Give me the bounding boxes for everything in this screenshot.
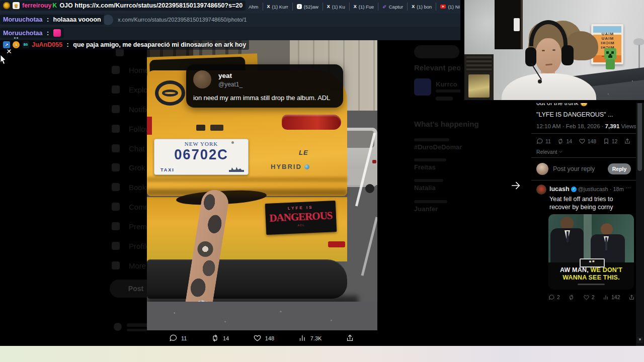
tail-light [147, 117, 152, 135]
like-button[interactable]: 148 [253, 334, 274, 342]
person-icon [112, 242, 120, 250]
relevant-person-avatar [414, 78, 431, 96]
sidebar-item-grok[interactable]: Grok [112, 160, 145, 175]
sidebar-item-chat[interactable]: Chat [112, 141, 145, 156]
chat-text: holaaaa voooon [53, 16, 101, 23]
chat-message: ♛ ferreirouyK OJO https://x.com/Kurrco/s… [0, 1, 246, 11]
reply-author-name[interactable]: lucash [549, 186, 570, 193]
mini-badge [14, 37, 16, 39]
sidebar-item-follow[interactable]: Follow [112, 121, 150, 136]
trend-item[interactable]: Juanfer [414, 205, 438, 213]
share-button[interactable] [346, 334, 354, 342]
reply-button[interactable]: 2 [548, 294, 560, 301]
tiktok-favicon: ♪ [297, 4, 302, 9]
youtube-favicon [440, 5, 446, 9]
chat-username: Moruuchotaa [3, 30, 42, 37]
view-count: 7,391 [605, 123, 620, 129]
repost-button[interactable] [568, 294, 575, 301]
repost-button[interactable]: 14 [557, 138, 572, 145]
repost-button[interactable]: 14 [211, 334, 229, 342]
browser-tab[interactable]: ♪(52)aw [292, 3, 323, 11]
webcam-feed: MIAU MIAU MICHI MICHI AU [460, 0, 644, 103]
x-favicon: X [327, 4, 330, 9]
browser-tab[interactable]: Ahm [245, 3, 263, 11]
chat-message: Moruuchotaa : holaaaa voooon [0, 15, 104, 25]
trend-item[interactable]: Natalia [414, 184, 436, 192]
mic-tip [538, 79, 542, 83]
reply-media[interactable]: ❝❞ AW MAN, WE DON'T WANNA SEE THIS. [548, 214, 634, 290]
chevron-down-icon [558, 149, 563, 154]
avatar [536, 163, 548, 175]
whats-happening-title: What's happening [414, 120, 479, 128]
sidebar-item-home[interactable]: Home [112, 62, 149, 77]
chat-message: ↗ 1 BG JuAnD055 : que paja amigo, me des… [0, 40, 249, 50]
reply-button[interactable]: 11 [169, 334, 187, 342]
tab-strip: Ahm X(1) Kurr ♪(52)aw X(1) Ku X(1) Fue ✐… [245, 0, 481, 13]
share-button[interactable] [624, 138, 631, 145]
mouse-cursor [0, 54, 7, 65]
like-button[interactable]: 148 [579, 138, 597, 145]
pen-favicon: ✐ [382, 4, 386, 10]
next-photo-arrow[interactable] [510, 180, 521, 191]
hybrid-dot-icon [304, 164, 309, 169]
envelope-icon [112, 144, 120, 152]
relevant-person-name[interactable]: Kurrco [436, 80, 457, 88]
trend-item[interactable]: #DuroDeDomar [414, 143, 462, 151]
chat-username: JuAnD055 [32, 41, 62, 48]
reply-submit-button[interactable]: Reply [608, 163, 631, 174]
meme-caption: AW MAN, [560, 266, 589, 274]
x-favicon: X [412, 4, 415, 9]
trend-item[interactable]: Freitas [414, 163, 436, 171]
reflector [328, 241, 345, 247]
sidebar-item-more[interactable]: More [112, 258, 146, 273]
tweet-photo[interactable]: NEW YORK 06702C TAXI LE HYBRID LYFE IS D… [147, 40, 377, 330]
pink-emote [53, 29, 61, 37]
people-icon [112, 203, 120, 211]
tweet-quote: "LYFE IS DANGEROUS" ... [536, 111, 631, 118]
person-add-icon [112, 125, 120, 133]
chat-text: OJO https://x.com/Kurrco/status/20239581… [59, 2, 243, 9]
overlay-tweet-text: ion need my arm imma still drop the albu… [193, 94, 330, 102]
plate-number: 06702C [158, 146, 244, 163]
headphone-cup-right [561, 45, 574, 65]
share-badge-icon: ↗ [3, 41, 10, 48]
browser-tab[interactable]: X(1) Ku [323, 3, 349, 11]
browser-tab[interactable]: X(1) Fue [349, 3, 378, 11]
views-button[interactable]: 7.3K [298, 334, 322, 342]
bumper-sticker: LYFE IS DANGEROUS ADL [265, 201, 337, 235]
x-icon [112, 222, 120, 230]
scrollbar-down-arrow[interactable]: ▼ [637, 337, 643, 343]
sidebar-item-profile[interactable]: Profile [112, 238, 150, 253]
chat-message: Moruuchotaa : [0, 28, 64, 38]
tweet-timestamp: 12:10 AM · Feb 18, 2026 · [536, 123, 604, 129]
like-button[interactable]: 2 [583, 294, 595, 301]
avatar [193, 70, 211, 88]
coin-badge-icon [3, 2, 10, 9]
share-button[interactable] [628, 294, 635, 301]
plate-type: TAXI [160, 167, 175, 172]
site-info-icon[interactable] [103, 15, 113, 25]
person-torso [502, 73, 596, 100]
browser-tab[interactable]: X(1) Kurr [263, 3, 292, 11]
browser-tab[interactable]: ✐Captur [378, 3, 407, 11]
x-favicon: X [267, 4, 270, 9]
bookmark-button[interactable]: 12 [603, 138, 618, 145]
sort-replies-dropdown[interactable]: Relevant [536, 149, 631, 155]
asphalt [147, 302, 377, 330]
search-icon [112, 85, 120, 94]
views-button[interactable]: 142 [603, 294, 620, 301]
reply-button[interactable]: 11 [536, 138, 551, 145]
more-icon[interactable]: ··· [625, 185, 631, 191]
x-sidebar-dimmed: Home Explore Notifications Follow Chat G… [0, 40, 146, 346]
avatar[interactable] [536, 185, 546, 195]
grok-icon [112, 163, 120, 171]
photo-tweet-card[interactable]: yeat @yeat1_ ion need my arm imma still … [186, 64, 343, 108]
avatar [114, 323, 122, 331]
license-plate: NEW YORK 06702C TAXI [154, 139, 249, 175]
pixel-badge-icon: BG [22, 41, 29, 48]
url-text[interactable]: x.com/Kurrco/status/2023958150139748650/… [118, 17, 247, 23]
overlay-display-name: yeat [218, 72, 232, 79]
browser-tab[interactable]: X(1) bon [407, 3, 436, 11]
reply-input[interactable]: Post your reply [553, 165, 603, 172]
more-circle-icon [112, 261, 120, 269]
